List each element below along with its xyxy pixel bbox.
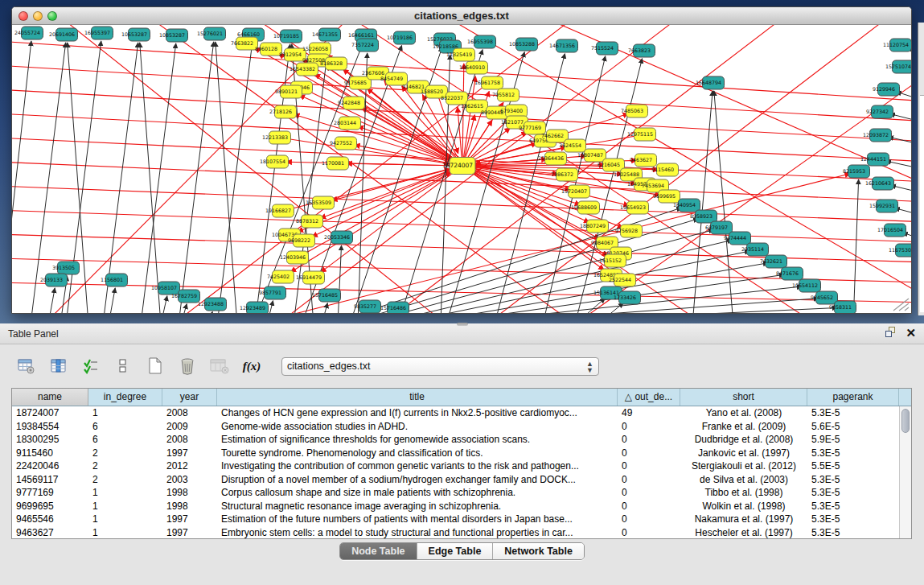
tab-network-table[interactable]: Network Table [493,543,584,559]
graph-node-teal[interactable]: 9227342 [866,105,893,118]
graph-node-teal[interactable]: 10653287 [121,28,150,41]
delete-column-disabled-icon [209,356,230,377]
graph-node-teal[interactable]: 10654112 [792,279,821,292]
graph-node-yellow[interactable]: 12213383 [262,131,291,144]
graph-node-teal[interactable]: 12093872 [863,129,892,142]
function-builder-icon[interactable]: f(x) [241,356,262,377]
graph-node-teal[interactable]: 10853288 [509,38,538,51]
graph-node-yellow[interactable]: 12975115 [627,128,656,141]
graph-node-yellow[interactable]: 16961758 [474,76,503,89]
table-cell: de Silva et al. (2003) [680,473,807,487]
tab-node-table[interactable]: Node Table [340,543,417,559]
graph-node-yellow[interactable]: 7955812 [492,89,519,101]
graph-node-yellow[interactable]: 12403946 [280,251,309,264]
table-cell: Genome-wide association studies in ADHD. [217,420,618,434]
graph-node-teal[interactable]: 9245652 [811,291,838,304]
column-header-in_degree[interactable]: in_degree [88,389,162,406]
graph-node-label: 15720407 [561,188,587,194]
graph-node-yellow[interactable]: 9175685 [344,76,372,89]
graph-node-yellow[interactable]: 9427552 [330,137,357,150]
graph-node-label: 1640954 [673,202,696,208]
graph-node-teal[interactable]: 7515524 [591,42,618,55]
column-header-short[interactable]: short [680,389,807,406]
graph-node-teal[interactable]: 16955397 [84,27,113,39]
show-column-icon[interactable] [48,356,69,377]
network-canvas[interactable]: 1872400724055724206914061695539710653287… [12,25,911,313]
graph-node-teal[interactable]: 7663823 [628,44,655,57]
graph-node-yellow[interactable]: 7663822 [231,37,258,50]
graph-node-teal[interactable]: 20053346 [324,231,353,244]
table-row[interactable]: 911546021997Tourette syndrome. Phenomeno… [12,447,911,460]
table-row[interactable]: 977716911998Corpus callosum shape and si… [12,486,911,500]
table-row[interactable]: 946362711997Embryonic stem cells: a mode… [12,526,911,539]
close-panel-icon[interactable]: ✕ [906,327,916,339]
column-header-title[interactable]: title [217,389,618,406]
select-columns-icon[interactable] [80,356,101,377]
create-table-icon[interactable] [145,356,166,377]
graph-node-teal[interactable]: 15751074 [885,60,911,73]
graph-node-label: 9756928 [615,228,638,233]
graph-node-yellow[interactable]: 18107554 [260,155,289,168]
graph-node-yellow[interactable]: 8960128 [255,43,282,56]
window-resize-grip[interactable] [889,297,910,311]
graph-node-teal[interactable]: 15716485 [312,289,341,302]
row-height-icon[interactable] [113,356,133,377]
column-header-name[interactable]: name [12,389,88,406]
graph-node-yellow[interactable]: 15720407 [561,185,590,198]
graph-node-teal[interactable]: 11120754 [883,39,911,51]
graph-node-label: 9084067 [591,240,614,245]
table-row[interactable]: 946554611997Estimation of the future num… [12,513,911,526]
graph-node-teal[interactable]: 15276021 [197,27,226,40]
graph-node-teal[interactable]: 20691406 [49,28,78,41]
scrollbar-thumb[interactable] [901,409,910,433]
graph-node-teal[interactable]: 15716486 [380,302,409,313]
graph-node-teal[interactable]: 9129946 [873,83,900,96]
graph-node-teal[interactable]: 16648794 [696,76,725,89]
table-cell: Structural magnetic resonance image aver… [217,500,618,513]
network-window-titlebar[interactable]: citations_edges.txt [12,7,911,25]
graph-node-teal[interactable]: 12923489 [240,302,269,313]
graph-node-teal[interactable]: 12923488 [198,298,227,311]
table-vertical-scrollbar[interactable] [899,406,911,538]
float-panel-icon[interactable] [885,327,897,339]
column-header-pagerank[interactable]: pagerank [807,389,899,406]
graph-node-teal[interactable]: 24055724 [14,27,43,39]
graph-node-teal[interactable]: 8215953 [843,165,870,178]
column-header-year[interactable]: year [162,389,217,406]
graph-node-teal[interactable]: 8471676 [776,267,803,280]
graph-node-teal[interactable]: 10719186 [387,31,416,44]
graph-node-yellow[interactable]: 7485063 [621,105,648,117]
graph-node-teal[interactable]: 12444151 [860,153,889,166]
table-row[interactable]: 2242004622012Investigating the contribut… [12,459,911,473]
graph-node-teal[interactable]: 10853287 [159,29,188,42]
table-row[interactable]: 1830029562008Estimation of significance … [12,433,911,447]
panel-resize-handle[interactable] [457,323,468,326]
network-window[interactable]: citations_edges.txt 18724007240557242069… [11,6,912,314]
graph-node-teal[interactable]: 15992931 [869,200,898,212]
graph-node-teal[interactable]: 9835277 [354,300,381,313]
graph-node-teal[interactable]: 10719185 [273,30,302,43]
graph-node-yellow[interactable]: 8878312 [296,215,323,228]
graph-node-yellow[interactable]: 19654923 [620,201,649,214]
graph-node-teal[interactable]: 16955398 [467,35,496,48]
graph-node-yellow[interactable]: 7425402 [267,270,294,283]
graph-node-teal[interactable]: 14671355 [312,28,341,41]
graph-node-teal[interactable]: 17016504 [877,224,906,237]
delete-table-icon[interactable] [177,356,198,377]
graph-node-teal[interactable]: 11675301 [889,244,911,257]
graph-node-teal[interactable]: 14671356 [549,39,578,52]
tab-edge-table[interactable]: Edge Table [417,543,494,559]
graph-node-teal[interactable]: 3913505 [52,262,80,274]
graph-node-yellow[interactable]: 1170081 [322,157,349,170]
table-row[interactable]: 969969511998Structural magnetic resonanc… [12,500,911,513]
graph-node-yellow[interactable]: 9890121 [275,85,302,98]
column-header-out_de[interactable]: △ out_de... [618,389,680,406]
graph-node-teal[interactable]: 2039133 [40,274,68,286]
graph-node-yellow[interactable]: 9463627 [630,154,657,167]
graph-node-yellow[interactable]: 2718126 [269,105,297,118]
table-row[interactable]: 1872400712008Changes of HCN gene express… [12,406,911,420]
table-row[interactable]: 1456911722003Disruption of a novel membe… [12,473,911,487]
table-row[interactable]: 1938455462009Genome-wide association stu… [12,420,911,434]
table-selector-dropdown[interactable]: citations_edges.txt ▲▼ [281,357,599,376]
table-settings-icon[interactable] [16,356,37,377]
